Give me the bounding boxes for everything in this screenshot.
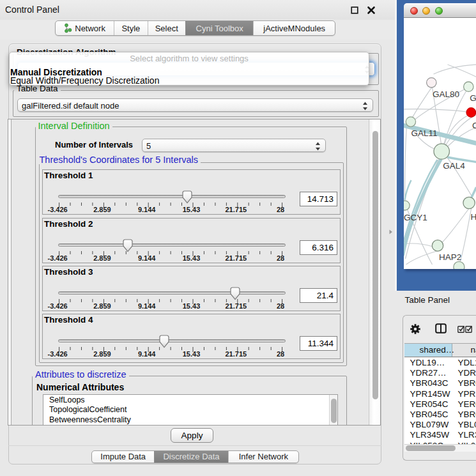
svg-text:GAL4: GAL4 (443, 161, 465, 171)
svg-text:GCY1: GCY1 (404, 213, 427, 222)
svg-text:GAL11: GAL11 (411, 128, 437, 138)
svg-text:GAL80: GAL80 (433, 89, 459, 99)
svg-text:H: H (470, 212, 476, 222)
svg-text:HAP2: HAP2 (438, 252, 461, 262)
svg-text:GA: GA (470, 93, 476, 103)
svg-text:C: C (472, 121, 476, 130)
